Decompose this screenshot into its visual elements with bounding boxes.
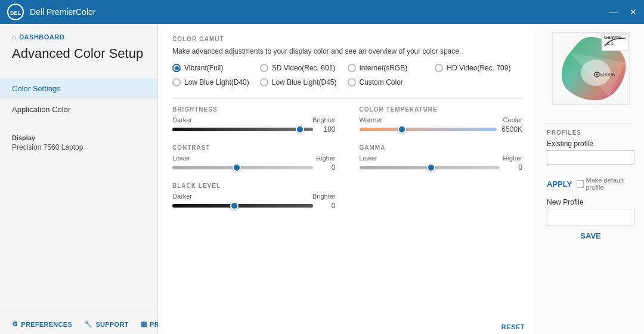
titlebar: DELL Dell PremierColor — ✕ bbox=[0, 0, 644, 24]
svg-point-4 bbox=[596, 74, 597, 76]
gamma-section: GAMMA Lower Higher 0 bbox=[360, 144, 523, 172]
gamut-diagram: 5000K Gamma 2.2 bbox=[549, 30, 633, 113]
apply-button[interactable]: APPLY bbox=[547, 180, 572, 188]
make-default-checkbox[interactable] bbox=[577, 180, 583, 188]
color-gamut-label: COLOR GAMUT bbox=[172, 36, 522, 42]
radio-circle-vibrant bbox=[172, 64, 181, 72]
color-temp-label: COLOR TEMPERATURE bbox=[360, 106, 523, 113]
contrast-track[interactable] bbox=[172, 166, 313, 169]
radio-hd-video[interactable]: HD Video(Rec. 709) bbox=[435, 64, 522, 72]
reset-button[interactable]: RESET bbox=[490, 320, 537, 334]
apply-row: APPLY Make default profile bbox=[547, 177, 634, 191]
sidebar-item-color-settings[interactable]: Color Settings bbox=[0, 78, 157, 99]
black-level-slider-wrap: 0 bbox=[172, 202, 336, 210]
sidebar: ⌂ DASHBOARD Advanced Color Setup Color S… bbox=[0, 24, 158, 334]
gamma-value: 0 bbox=[504, 163, 522, 172]
preferences-link[interactable]: ⚙ PREFERENCES bbox=[12, 320, 72, 328]
color-temp-slider-wrap: 6500K bbox=[360, 125, 523, 134]
brightness-track[interactable] bbox=[172, 128, 313, 131]
contrast-section: CONTRAST Lower Higher 0 bbox=[172, 144, 336, 172]
sidebar-footer: ⚙ PREFERENCES 🔧 SUPPORT ▦ PROFILES bbox=[0, 314, 157, 334]
sidebar-item-application-color[interactable]: Application Color bbox=[0, 99, 157, 120]
brightness-labels: Darker Brighter bbox=[172, 116, 336, 123]
svg-text:Gamma: Gamma bbox=[604, 35, 622, 40]
home-icon: ⌂ bbox=[12, 33, 16, 41]
brightness-section: BRIGHTNESS Darker Brighter 100 bbox=[172, 106, 336, 134]
window-controls: — ✕ bbox=[609, 7, 637, 17]
black-level-section: BLACK LEVEL Darker Brighter 0 bbox=[172, 183, 522, 210]
black-level-labels: Darker Brighter bbox=[172, 193, 336, 200]
brightness-thumb[interactable] bbox=[296, 125, 304, 134]
radio-circle-d45 bbox=[260, 78, 268, 86]
app-body: ⌂ DASHBOARD Advanced Color Setup Color S… bbox=[0, 24, 644, 334]
minimize-button[interactable]: — bbox=[609, 7, 618, 17]
black-level-label: BLACK LEVEL bbox=[172, 183, 522, 189]
device-name: Precision 7560 Laptop bbox=[12, 143, 145, 151]
brightness-label: BRIGHTNESS bbox=[172, 106, 336, 113]
radio-sd-video[interactable]: SD Video(Rec. 601) bbox=[260, 64, 348, 72]
close-button[interactable]: ✕ bbox=[630, 7, 637, 17]
color-temp-track[interactable] bbox=[360, 128, 497, 131]
sidebar-nav: Color Settings Application Color bbox=[0, 78, 157, 120]
svg-text:5000K: 5000K bbox=[600, 72, 615, 78]
color-temp-labels: Warmer Cooler bbox=[360, 116, 523, 123]
radio-custom-color[interactable]: Custom Color bbox=[348, 78, 435, 86]
radio-low-blue-d45[interactable]: Low Blue Light(D45) bbox=[260, 78, 348, 86]
dashboard-link[interactable]: ⌂ DASHBOARD bbox=[12, 33, 145, 41]
support-link[interactable]: 🔧 SUPPORT bbox=[84, 320, 129, 328]
contrast-label: CONTRAST bbox=[172, 144, 336, 151]
black-level-track[interactable] bbox=[172, 204, 313, 208]
radio-circle-custom bbox=[348, 78, 356, 86]
save-button[interactable]: SAVE bbox=[547, 231, 634, 240]
radio-low-blue-d40[interactable]: Low Blue Light(D40) bbox=[172, 78, 260, 86]
sliders-row-1: BRIGHTNESS Darker Brighter 100 COLOR TEM… bbox=[172, 106, 522, 134]
sliders-row-2: CONTRAST Lower Higher 0 GAMMA Lower High bbox=[172, 144, 522, 172]
gamma-label: GAMMA bbox=[360, 144, 523, 151]
sidebar-top: ⌂ DASHBOARD Advanced Color Setup bbox=[0, 24, 157, 78]
new-profile-input[interactable] bbox=[547, 209, 634, 225]
gamma-track[interactable] bbox=[360, 166, 500, 169]
color-temp-value: 6500K bbox=[501, 125, 522, 134]
radio-circle-sd bbox=[260, 64, 268, 72]
contrast-slider-wrap: 0 bbox=[172, 163, 336, 172]
color-gamut-section: COLOR GAMUT Make advanced adjustments to… bbox=[172, 36, 522, 86]
main-content: COLOR GAMUT Make advanced adjustments to… bbox=[158, 24, 537, 334]
color-temp-thumb[interactable] bbox=[398, 125, 406, 134]
page-title: Advanced Color Setup bbox=[12, 45, 145, 63]
existing-profile-dropdown[interactable] bbox=[547, 150, 634, 165]
app-title: Dell PremierColor bbox=[30, 7, 609, 17]
preferences-icon: ⚙ bbox=[12, 320, 18, 328]
dell-logo: DELL bbox=[7, 4, 24, 20]
profiles-icon: ▦ bbox=[141, 320, 147, 328]
radio-vibrant-full[interactable]: Vibrant(Full) bbox=[172, 64, 260, 72]
color-temp-section: COLOR TEMPERATURE Warmer Cooler 6500K bbox=[360, 106, 523, 134]
device-label: Display bbox=[12, 134, 145, 141]
gamut-options: Vibrant(Full) SD Video(Rec. 601) Interne… bbox=[172, 64, 522, 86]
color-gamut-desc: Make advanced adjustments to your displa… bbox=[172, 47, 522, 55]
radio-internet-srgb[interactable]: Internet(sRGB) bbox=[348, 64, 435, 72]
gamma-labels: Lower Higher bbox=[360, 154, 523, 162]
radio-circle-d40 bbox=[172, 78, 181, 86]
brightness-slider-wrap: 100 bbox=[172, 125, 336, 134]
svg-text:2.2: 2.2 bbox=[606, 41, 614, 46]
right-panel: 5000K Gamma 2.2 PROFILES Existing profil… bbox=[537, 24, 644, 334]
black-level-thumb[interactable] bbox=[230, 202, 239, 210]
support-icon: 🔧 bbox=[84, 320, 92, 328]
make-default-label[interactable]: Make default profile bbox=[577, 177, 634, 191]
radio-circle-srgb bbox=[348, 64, 356, 72]
gamma-slider-wrap: 0 bbox=[360, 163, 523, 172]
contrast-thumb[interactable] bbox=[233, 163, 241, 172]
existing-profile-label: Existing profile bbox=[547, 140, 634, 148]
contrast-value: 0 bbox=[318, 163, 336, 172]
svg-text:DELL: DELL bbox=[10, 10, 21, 16]
brightness-value: 100 bbox=[318, 125, 336, 134]
sidebar-device: Display Precision 7560 Laptop bbox=[0, 125, 157, 161]
radio-circle-hd bbox=[435, 64, 443, 72]
profiles-label: PROFILES bbox=[547, 129, 634, 136]
contrast-labels: Lower Higher bbox=[172, 154, 336, 162]
gamma-thumb[interactable] bbox=[427, 163, 435, 172]
black-level-value: 0 bbox=[318, 202, 336, 210]
new-profile-label: New Profile bbox=[547, 198, 634, 206]
